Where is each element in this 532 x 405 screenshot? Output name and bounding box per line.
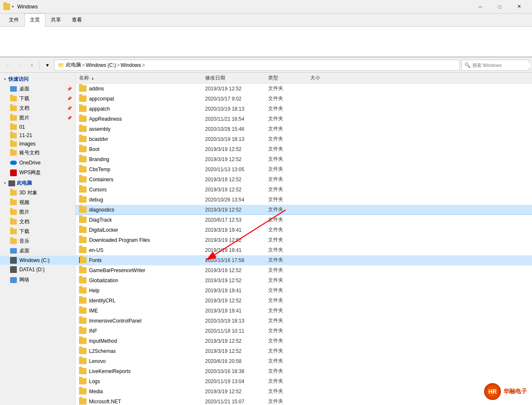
folder-icon: [79, 136, 87, 142]
close-button[interactable]: ✕: [509, 0, 529, 13]
sidebar-item-pics2[interactable]: 图片: [0, 207, 75, 217]
table-row[interactable]: Help2019/3/19 19:41文件夹: [76, 286, 532, 296]
table-row[interactable]: diagnostics2019/3/19 12:52文件夹: [76, 205, 532, 215]
back-button[interactable]: ←: [3, 60, 13, 70]
recent-locations-button[interactable]: ▼: [42, 60, 53, 70]
table-row[interactable]: Downloaded Program Files2019/3/19 12:52文…: [76, 235, 532, 245]
table-row[interactable]: Lenovo2020/6/16 20:58文件夹: [76, 356, 532, 366]
file-type: 文件夹: [268, 236, 310, 244]
table-row[interactable]: DiagTrack2020/6/17 12:53文件夹: [76, 215, 532, 225]
tab-share[interactable]: 共享: [45, 13, 66, 26]
sidebar-item-docs2[interactable]: 文档: [0, 217, 75, 227]
col-type-header[interactable]: 类型: [268, 74, 310, 82]
tab-home[interactable]: 主页: [24, 13, 45, 27]
table-row[interactable]: Boot2019/3/19 12:52文件夹: [76, 144, 532, 154]
table-row[interactable]: ImmersiveControlPanel2020/10/19 18:13文件夹: [76, 316, 532, 326]
forward-button[interactable]: →: [15, 60, 25, 70]
search-input[interactable]: [472, 63, 530, 68]
sidebar-item-label: 11-21: [19, 132, 32, 138]
sidebar-item-onedrive[interactable]: OneDrive: [0, 159, 75, 167]
table-row[interactable]: Containers2019/3/19 12:52文件夹: [76, 175, 532, 185]
table-row[interactable]: bcastdvr2020/10/19 18:13文件夹: [76, 134, 532, 144]
table-row[interactable]: appcompat2020/10/17 9:02文件夹: [76, 94, 532, 104]
sidebar-item-account[interactable]: 账号文档: [0, 148, 75, 158]
col-date-header[interactable]: 修改日期: [205, 74, 268, 82]
table-row[interactable]: Media2019/3/19 12:52文件夹: [76, 386, 532, 397]
sidebar-item-download2[interactable]: 下载: [0, 227, 75, 236]
maximize-button[interactable]: □: [490, 0, 509, 13]
table-row[interactable]: GameBarPresenceWriter2019/3/19 12:52文件夹: [76, 265, 532, 275]
folder-icon: [10, 238, 17, 244]
table-row[interactable]: AppReadiness2020/11/21 16:54文件夹: [76, 114, 532, 124]
folder-icon: [79, 297, 87, 304]
table-row[interactable]: Cursors2019/3/19 12:52文件夹: [76, 185, 532, 195]
table-row[interactable]: debug2020/10/26 13:54文件夹: [76, 195, 532, 205]
table-row[interactable]: INF2020/11/18 10:11文件夹: [76, 326, 532, 336]
sidebar: ▼ 快速访问 桌面 📌 下载 📌 文档 📌 图片 📌: [0, 73, 76, 405]
tab-view[interactable]: 查看: [66, 13, 87, 26]
sidebar-item-video[interactable]: 视频: [0, 198, 75, 207]
sidebar-item-download1[interactable]: 下载 📌: [0, 94, 75, 103]
sidebar-item-3d[interactable]: 3D 对象: [0, 188, 75, 198]
table-row[interactable]: LiveKernelReports2020/10/16 18:38文件夹: [76, 366, 532, 376]
ribbon-content: [0, 27, 532, 57]
table-row[interactable]: Microsoft.NET2020/11/21 15:07文件夹: [76, 397, 532, 405]
folder-icon: [10, 219, 17, 225]
minimize-button[interactable]: ─: [471, 0, 490, 13]
file-name: Lenovo: [89, 358, 205, 364]
folder-icon: [79, 267, 87, 273]
address-path[interactable]: 📁 此电脑 > Windows (C:) > Windows >: [54, 60, 460, 71]
file-date: 2020/10/19 18:13: [205, 106, 268, 112]
sidebar-thispc-header[interactable]: ▼ 此电脑: [0, 178, 75, 188]
table-row[interactable]: CbsTemp2020/11/13 13:05文件夹: [76, 164, 532, 175]
sidebar-item-label: 图片: [19, 114, 29, 122]
file-name: Cursors: [89, 187, 205, 193]
col-size-header[interactable]: 大小: [310, 74, 344, 82]
file-list-container: 名称 ▲ 修改日期 类型 大小 addins2019/3/19 12:52文件夹…: [76, 73, 532, 405]
table-row[interactable]: DigitalLocker2019/3/19 19:41文件夹: [76, 225, 532, 235]
file-rows: addins2019/3/19 12:52文件夹appcompat2020/10…: [76, 84, 532, 405]
sidebar-item-network[interactable]: 网络: [0, 275, 75, 285]
folder-icon: [79, 398, 87, 405]
table-row[interactable]: L2Schemas2019/3/19 12:52文件夹: [76, 346, 532, 356]
file-date: 2020/10/16 17:58: [205, 257, 268, 263]
table-row[interactable]: InputMethod2019/3/19 12:52文件夹: [76, 336, 532, 346]
sidebar-item-docs1[interactable]: 文档 📌: [0, 103, 75, 113]
sidebar-item-music[interactable]: 音乐: [0, 236, 75, 246]
sidebar-item-windows-c[interactable]: Windows (C:): [0, 256, 75, 265]
file-name: Containers: [89, 177, 205, 183]
table-row[interactable]: addins2019/3/19 12:52文件夹: [76, 84, 532, 94]
file-list-header[interactable]: 名称 ▲ 修改日期 类型 大小: [76, 73, 532, 84]
sidebar-item-data1[interactable]: DATA1 (D:): [0, 265, 75, 274]
sidebar-item-desktop2[interactable]: 桌面: [0, 246, 75, 256]
folder-icon: [79, 196, 87, 203]
table-row[interactable]: Logs2020/11/19 13:04文件夹: [76, 376, 532, 386]
title-text: Windows: [17, 4, 38, 10]
table-row[interactable]: en-US2019/3/19 19:41文件夹: [76, 245, 532, 255]
up-button[interactable]: ↑: [27, 60, 37, 70]
col-name-header[interactable]: 名称 ▲: [79, 74, 205, 82]
file-date: 2020/11/21 15:07: [205, 399, 268, 405]
sidebar-item-pics1[interactable]: 图片 📌: [0, 113, 75, 123]
file-date: 2019/3/19 12:52: [205, 389, 268, 394]
sidebar-item-01[interactable]: 01: [0, 123, 75, 131]
file-type: 文件夹: [268, 166, 310, 173]
table-row[interactable]: IME2019/3/19 19:41文件夹: [76, 306, 532, 316]
table-row[interactable]: assembly2020/10/28 15:46文件夹: [76, 124, 532, 134]
tab-file[interactable]: 文件: [3, 13, 24, 26]
table-row[interactable]: Globalization2019/3/19 12:52文件夹: [76, 275, 532, 286]
file-type: 文件夹: [268, 297, 310, 304]
sidebar-item-1121[interactable]: 11-21: [0, 131, 75, 140]
sidebar-item-images[interactable]: images: [0, 140, 75, 148]
table-row[interactable]: Fonts2020/10/16 17:58文件夹: [76, 255, 532, 265]
drive-d-icon: [10, 266, 17, 273]
table-row[interactable]: IdentityCRL2019/3/19 12:52文件夹: [76, 296, 532, 306]
sidebar-quickaccess-header[interactable]: ▼ 快速访问: [0, 74, 75, 84]
sidebar-item-wps[interactable]: WPS网盘: [0, 168, 75, 177]
sidebar-item-desktop1[interactable]: 桌面 📌: [0, 84, 75, 94]
search-box[interactable]: 🔍: [461, 60, 529, 71]
file-date: 2020/11/13 13:05: [205, 167, 268, 172]
file-type: 文件夹: [268, 115, 310, 122]
table-row[interactable]: apppatch2020/10/19 18:13文件夹: [76, 104, 532, 114]
table-row[interactable]: Branding2019/3/19 12:52文件夹: [76, 154, 532, 164]
